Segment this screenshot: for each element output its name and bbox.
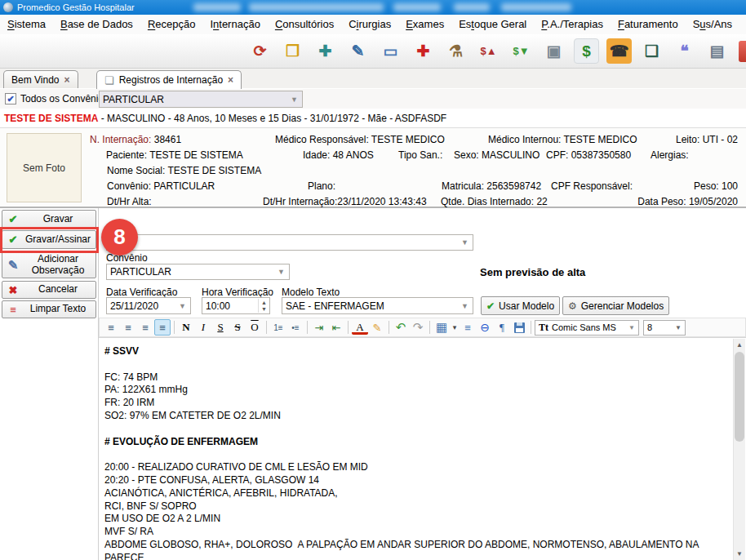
field-paciente: Paciente: TESTE DE SISTEMA — [106, 149, 243, 161]
close-icon[interactable]: × — [64, 74, 69, 86]
cancelar-button[interactable]: ✖ Cancelar — [2, 281, 96, 299]
vertical-scrollbar[interactable]: ▲ ▼ — [733, 339, 745, 560]
menu-item[interactable]: Caixa — [739, 15, 746, 34]
annotation-step-badge: 8 — [101, 219, 138, 256]
hora-verificacao-spinner[interactable]: 10:00 ▲▼ — [202, 297, 270, 314]
record-type-select[interactable]: ▼ — [106, 234, 473, 251]
menu-item[interactable]: Faturamento — [611, 15, 686, 34]
redacted-text — [249, 3, 384, 11]
close-icon[interactable]: × — [228, 74, 233, 86]
expense-icon[interactable]: $▲ — [476, 38, 501, 64]
font-color-button[interactable]: A — [352, 323, 368, 335]
menu-item[interactable]: P.A./Terapias — [534, 15, 611, 34]
undo-button[interactable]: ↶ — [393, 319, 409, 336]
clipped-toolbar-icon[interactable] — [739, 41, 746, 62]
chat-icon[interactable]: ❝ — [672, 38, 697, 64]
gravar-button[interactable]: ✔ Gravar — [2, 210, 96, 229]
gerenciar-modelos-button[interactable]: ⚙ Gerenciar Modelos — [562, 296, 669, 315]
align-justify-button[interactable]: ≡ — [154, 319, 171, 336]
menu-item[interactable]: Sistema — [0, 15, 53, 34]
strikethrough-button[interactable]: S — [229, 319, 246, 336]
spinner-arrows-icon[interactable]: ▲▼ — [258, 299, 269, 313]
pencil-icon: ✎ — [2, 258, 24, 273]
menu-item[interactable]: Estoque Geral — [451, 15, 534, 34]
prescription-icon[interactable]: ✎ — [345, 38, 371, 64]
field-matricula: Matricula: 2563598742 — [442, 180, 541, 192]
menu-item[interactable]: Base de Dados — [53, 15, 140, 34]
chevron-down-icon: ▼ — [286, 96, 302, 104]
field-idade: Idade: 48 ANOS — [303, 149, 374, 161]
underline-button[interactable]: S — [212, 319, 229, 336]
tab-bar: Bem Vindo × ❏ Registros de Internação × — [0, 69, 746, 88]
table-dropdown-icon[interactable]: ▾ — [451, 319, 459, 336]
convenio-select[interactable]: PARTICULAR▼ — [106, 264, 290, 280]
redo-button[interactable]: ↷ — [410, 319, 426, 336]
field-n-internacao: N. Internação: 38461 — [90, 134, 181, 145]
safe-icon[interactable]: ▣ — [541, 38, 566, 64]
usar-modelo-button[interactable]: ✔ Usar Modelo — [481, 296, 560, 315]
patient-header: TESTE DE SISTEMA - MASCULINO - 48 Anos, … — [0, 109, 746, 127]
menu-item[interactable]: Exames — [398, 15, 451, 34]
paragraph-format-button[interactable]: ≡ — [460, 319, 476, 336]
align-left-button[interactable]: ≡ — [103, 319, 119, 336]
adicionar-observacao-button[interactable]: ✎ Adicionar Observação — [2, 251, 96, 278]
title-bar: Promedico Gestão Hospitalar — [0, 0, 746, 15]
italic-button[interactable]: I — [195, 319, 211, 336]
field-cpf: CPF: 05387350580 — [546, 149, 631, 161]
pharmacy-stock-icon[interactable]: ⚗ — [443, 38, 468, 64]
scrollbar-thumb[interactable] — [735, 352, 744, 442]
gravar-assinar-button[interactable]: ✔ Gravar/Assinar — [2, 230, 96, 249]
save-template-button[interactable] — [511, 319, 527, 336]
unordered-list-button[interactable]: •≡ — [287, 319, 304, 336]
redacted-text — [454, 3, 490, 11]
scroll-up-icon[interactable]: ▲ — [734, 339, 745, 351]
ordered-list-button[interactable]: 1≡ — [270, 319, 286, 336]
bold-button[interactable]: N — [178, 319, 194, 336]
clear-lines-icon: ≡ — [2, 304, 24, 316]
font-size-select[interactable]: 8 ▼ — [643, 320, 686, 336]
limpar-texto-button[interactable]: ≡ Limpar Texto — [2, 300, 96, 318]
align-center-button[interactable]: ≡ — [120, 319, 136, 336]
menu-item[interactable]: Sus/Ans — [686, 15, 739, 34]
font-family-select[interactable]: Tt Comic Sans MS ▼ — [535, 320, 639, 336]
finance-icon[interactable]: $ — [574, 38, 599, 64]
pilcrow-button[interactable]: ¶ — [494, 319, 510, 336]
align-right-button[interactable]: ≡ — [137, 319, 153, 336]
photo-placeholder: Sem Foto — [7, 133, 82, 202]
indent-decrease-button[interactable]: ⇤ — [328, 319, 344, 336]
text-line: FC: 74 BPM — [104, 371, 731, 384]
redacted-text — [193, 3, 241, 11]
globe-button[interactable]: ⊖ — [477, 319, 493, 336]
indent-increase-button[interactable]: ⇥ — [311, 319, 327, 336]
window-title: Promedico Gestão Hospitalar — [17, 2, 135, 12]
overline-button[interactable]: O — [246, 319, 263, 336]
editor-text-area[interactable]: # SSVV FC: 74 BPM PA: 122X61 mmHg FR: 20… — [99, 337, 746, 560]
menu-item[interactable]: Recepção — [140, 15, 203, 34]
insert-table-button[interactable]: ▦ — [433, 319, 450, 336]
patient-summary: - MASCULINO - 48 Anos, 10 Meses e 15 Dia… — [98, 113, 446, 124]
phonebook-icon[interactable]: ☎ — [606, 38, 632, 64]
convenio-filter-select[interactable]: PARTICULAR ▼ — [99, 91, 303, 108]
field-sexo: Sexo: MASCULINO — [454, 149, 540, 161]
scroll-down-icon[interactable]: ▼ — [734, 548, 745, 560]
doctor-icon[interactable]: ✚ — [313, 38, 338, 64]
text-line: FR: 20 IRM — [104, 397, 731, 410]
hospital-bed-icon[interactable]: ▭ — [378, 38, 403, 64]
patient-sync-icon[interactable]: ⟳ — [247, 38, 273, 64]
text-line: SO2: 97% EM CATETER DE O2 2L/MIN — [104, 410, 731, 423]
modelo-texto-select[interactable]: SAE - ENFERMAGEM▼ — [282, 297, 473, 314]
highlight-button[interactable]: ✎ — [369, 319, 385, 336]
tab-registros-internacao[interactable]: ❏ Registros de Internação × — [96, 70, 242, 89]
menu-item[interactable]: Cirurgias — [341, 15, 398, 34]
tab-bem-vindo[interactable]: Bem Vindo × — [3, 70, 78, 89]
income-icon[interactable]: $▼ — [508, 38, 534, 64]
tab-label: Bem Vindo — [11, 74, 59, 86]
menu-item[interactable]: Internação — [202, 15, 267, 34]
ambulance-icon[interactable]: ✚ — [411, 38, 436, 64]
patient-records-icon[interactable]: ❒ — [280, 38, 305, 64]
todos-convenios-checkbox[interactable]: ✔ — [5, 93, 16, 104]
menu-item[interactable]: Consultórios — [268, 15, 341, 34]
data-verificacao-picker[interactable]: 25/11/2020▼ — [106, 297, 191, 314]
manual-icon[interactable]: ❑ — [639, 38, 664, 64]
invoice-icon[interactable]: ▤ — [704, 38, 730, 64]
